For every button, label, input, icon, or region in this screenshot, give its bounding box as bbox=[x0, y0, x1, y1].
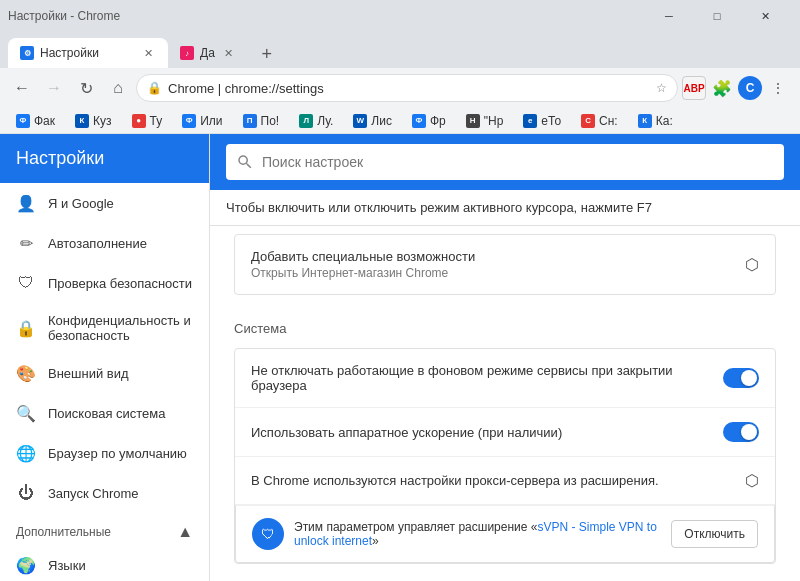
address-text: Chrome | chrome://settings bbox=[168, 81, 650, 96]
hw-acceleration-toggle[interactable] bbox=[723, 422, 759, 442]
vpn-text: Этим параметром управляет расширение «sV… bbox=[294, 520, 661, 548]
bookmark-label-lu: Лу. bbox=[317, 114, 333, 128]
browser-icon: 🌐 bbox=[16, 443, 36, 463]
forward-button[interactable]: → bbox=[40, 74, 68, 102]
bookmark-favicon-kuz: К bbox=[75, 114, 89, 128]
bookmark-favicon-po: П bbox=[243, 114, 257, 128]
search-input[interactable] bbox=[226, 144, 784, 180]
bookmark-lu[interactable]: Л Лу. bbox=[291, 112, 341, 130]
tab-title-da: Да bbox=[200, 46, 215, 60]
sidebar-label-search: Поисковая система bbox=[48, 406, 166, 421]
sidebar-item-default-browser[interactable]: 🌐 Браузер по умолчанию bbox=[0, 433, 209, 473]
bookmark-label-kuz: Куз bbox=[93, 114, 112, 128]
system-section-title: Система bbox=[234, 313, 776, 340]
sidebar-item-languages[interactable]: 🌍 Языки bbox=[0, 545, 209, 581]
close-tab-settings[interactable]: ✕ bbox=[140, 45, 156, 61]
vpn-item: 🛡 Этим параметром управляет расширение «… bbox=[235, 505, 775, 563]
sidebar-label-appearance: Внешний вид bbox=[48, 366, 129, 381]
back-button[interactable]: ← bbox=[8, 74, 36, 102]
tabs-bar: ⚙ Настройки ✕ ♪ Да ✕ + bbox=[0, 32, 800, 68]
proxy-settings-text: В Chrome используются настройки прокси-с… bbox=[251, 473, 745, 488]
bookmark-label-nh: "Нр bbox=[484, 114, 504, 128]
bookmark-favicon-nh: Н bbox=[466, 114, 480, 128]
bookmark-fb[interactable]: Ф Или bbox=[174, 112, 230, 130]
proxy-settings-label: В Chrome используются настройки прокси-с… bbox=[251, 473, 745, 488]
bookmark-po[interactable]: П По! bbox=[235, 112, 288, 130]
refresh-button[interactable]: ↻ bbox=[72, 74, 100, 102]
sidebar-item-search[interactable]: 🔍 Поисковая система bbox=[0, 393, 209, 433]
sidebar-label-default-browser: Браузер по умолчанию bbox=[48, 446, 187, 461]
maximize-button[interactable]: □ bbox=[694, 5, 740, 27]
collapse-advanced-icon[interactable]: ▲ bbox=[177, 523, 193, 541]
add-accessibility-text: Добавить специальные возможности Открыть… bbox=[251, 249, 745, 280]
bookmark-tu[interactable]: ● Ту bbox=[124, 112, 171, 130]
bookmark-favicon-fr: Ф bbox=[412, 114, 426, 128]
bookmark-nh[interactable]: Н "Нр bbox=[458, 112, 512, 130]
languages-icon: 🌍 bbox=[16, 555, 36, 575]
bookmark-label-cn: Сн: bbox=[599, 114, 618, 128]
sidebar-item-me-and-google[interactable]: 👤 Я и Google bbox=[0, 183, 209, 223]
privacy-icon: 🔒 bbox=[16, 318, 36, 338]
hw-acceleration-text: Использовать аппаратное ускорение (при н… bbox=[251, 425, 723, 440]
sidebar-label-safety: Проверка безопасности bbox=[48, 276, 192, 291]
sidebar-item-safety[interactable]: 🛡 Проверка безопасности bbox=[0, 263, 209, 303]
bookmark-icon[interactable]: ☆ bbox=[656, 81, 667, 95]
background-services-label: Не отключать работающие в фоновом режиме… bbox=[251, 363, 723, 393]
bookmark-favicon-et: е bbox=[523, 114, 537, 128]
sidebar-item-autofill[interactable]: ✏ Автозаполнение bbox=[0, 223, 209, 263]
hw-acceleration-label: Использовать аппаратное ускорение (при н… bbox=[251, 425, 723, 440]
profile-button[interactable]: C bbox=[738, 76, 762, 100]
background-services-text: Не отключать работающие в фоновом режиме… bbox=[251, 363, 723, 393]
sidebar-label-me-and-google: Я и Google bbox=[48, 196, 114, 211]
sidebar-item-startup[interactable]: ⏻ Запуск Chrome bbox=[0, 473, 209, 513]
system-section: Система Не отключать работающие в фоново… bbox=[210, 297, 800, 564]
add-accessibility-external-link-icon[interactable]: ⬡ bbox=[745, 255, 759, 274]
bookmark-fak[interactable]: Ф Фак bbox=[8, 112, 63, 130]
cursor-mode-text: Чтобы включить или отключить режим актив… bbox=[226, 200, 652, 215]
bookmark-favicon-fak: Ф bbox=[16, 114, 30, 128]
bookmark-kuz[interactable]: К Куз bbox=[67, 112, 120, 130]
content-area: Настройки 👤 Я и Google ✏ Автозаполнение … bbox=[0, 134, 800, 581]
bookmark-ka[interactable]: К Ка: bbox=[630, 112, 681, 130]
add-accessibility-item[interactable]: Добавить специальные возможности Открыть… bbox=[234, 234, 776, 295]
bookmark-favicon-tu: ● bbox=[132, 114, 146, 128]
title-bar: Настройки - Chrome ─ □ ✕ bbox=[0, 0, 800, 32]
sidebar-label-autofill: Автозаполнение bbox=[48, 236, 147, 251]
minimize-button[interactable]: ─ bbox=[646, 5, 692, 27]
sidebar-item-privacy[interactable]: 🔒 Конфиденциальность и безопасность bbox=[0, 303, 209, 353]
menu-button[interactable]: ⋮ bbox=[764, 74, 792, 102]
proxy-settings-external-link-icon[interactable]: ⬡ bbox=[745, 471, 759, 490]
address-bar[interactable]: 🔒 Chrome | chrome://settings ☆ bbox=[136, 74, 678, 102]
search-engine-icon: 🔍 bbox=[16, 403, 36, 423]
sidebar-label-languages: Языки bbox=[48, 558, 86, 573]
close-tab-da[interactable]: ✕ bbox=[221, 45, 237, 61]
bookmark-favicon-lu: Л bbox=[299, 114, 313, 128]
settings-main: Чтобы включить или отключить режим актив… bbox=[210, 134, 800, 581]
background-services-toggle[interactable] bbox=[723, 368, 759, 388]
bookmark-fr[interactable]: Ф Фр bbox=[404, 112, 454, 130]
adblock-extension-button[interactable]: ABP bbox=[682, 76, 706, 100]
accessibility-container: Добавить специальные возможности Открыть… bbox=[210, 234, 800, 295]
tab-settings[interactable]: ⚙ Настройки ✕ bbox=[8, 38, 168, 68]
add-accessibility-sublabel: Открыть Интернет-магазин Chrome bbox=[251, 266, 745, 280]
tab-da[interactable]: ♪ Да ✕ bbox=[168, 38, 249, 68]
bookmark-cn[interactable]: С Сн: bbox=[573, 112, 626, 130]
bookmark-label-tu: Ту bbox=[150, 114, 163, 128]
bookmark-label-lis: Лис bbox=[371, 114, 392, 128]
settings-content: Чтобы включить или отключить режим актив… bbox=[210, 190, 800, 581]
bookmark-label-et: еТо bbox=[541, 114, 561, 128]
bookmark-lis[interactable]: W Лис bbox=[345, 112, 400, 130]
bookmark-et[interactable]: е еТо bbox=[515, 112, 569, 130]
background-services-item: Не отключать работающие в фоновом режиме… bbox=[235, 349, 775, 408]
appearance-icon: 🎨 bbox=[16, 363, 36, 383]
close-button[interactable]: ✕ bbox=[742, 5, 788, 27]
tab-favicon-settings: ⚙ bbox=[20, 46, 34, 60]
sidebar-item-appearance[interactable]: 🎨 Внешний вид bbox=[0, 353, 209, 393]
browser-frame: Настройки - Chrome ─ □ ✕ ⚙ Настройки ✕ ♪… bbox=[0, 0, 800, 581]
bookmark-favicon-ka: К bbox=[638, 114, 652, 128]
extensions-button[interactable]: 🧩 bbox=[708, 74, 736, 102]
search-bar-container bbox=[210, 134, 800, 190]
home-button[interactable]: ⌂ bbox=[104, 74, 132, 102]
new-tab-button[interactable]: + bbox=[253, 40, 281, 68]
vpn-disable-button[interactable]: Отключить bbox=[671, 520, 758, 548]
